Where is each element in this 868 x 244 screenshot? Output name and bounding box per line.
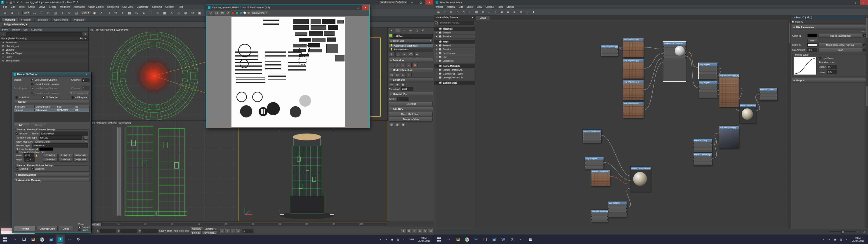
mix-map-enable[interactable]: [863, 49, 866, 51]
expand-icon[interactable]: -: [436, 40, 438, 43]
clock[interactable]: 10:56 25.04.2018: [850, 237, 867, 242]
material-node[interactable]: Map #2 ( Mix ): [699, 63, 718, 79]
ribbon-tab[interactable]: Populate: [71, 18, 87, 22]
sme-toolbar-icon[interactable]: ◍: [480, 9, 486, 15]
map-size-preset-button[interactable]: 256x256: [43, 158, 58, 161]
toolbar-icon[interactable]: ⇋: [133, 10, 140, 16]
lower-field[interactable]: 0.3: [827, 70, 837, 74]
subobject-level-icon[interactable]: ⬟: [412, 63, 417, 67]
explorer-filter-icon[interactable]: ▼: [83, 32, 88, 36]
automatic-mapping-rollout[interactable]: +Automatic Mapping: [14, 178, 90, 182]
command-panel-tab[interactable]: ◠: [395, 28, 401, 33]
taskbar-app-icon[interactable]: ○: [10, 235, 20, 244]
use-curve-checkbox[interactable]: [819, 57, 822, 59]
file-name-field[interactable]: Test.jpg: [39, 135, 82, 140]
viewport-nav-icon[interactable]: +: [412, 228, 417, 233]
maximize-button[interactable]: ▢: [417, 0, 425, 4]
node-title[interactable]: Map #11 (bricks.jpg): [583, 130, 601, 133]
toolbar-icon[interactable]: ☰: [38, 10, 45, 16]
explorer-row[interactable]: ☀ Burn down: [0, 41, 88, 44]
x-coordinate-field[interactable]: [100, 229, 116, 233]
toolbar-icon[interactable]: ≀: [16, 10, 22, 16]
toolbar-icon[interactable]: ◇: [175, 10, 182, 16]
params-scrollbar[interactable]: [866, 83, 868, 229]
viewport-nav-icon[interactable]: ⊕: [401, 228, 406, 233]
expand-icon[interactable]: +: [436, 35, 438, 38]
stack-tool-icon[interactable]: ⚙: [414, 52, 420, 57]
toolbar-icon[interactable]: View ▾: [80, 11, 91, 15]
quick-access-icon[interactable]: ↷: [20, 0, 23, 4]
quick-access-icon[interactable]: ▽: [12, 0, 16, 4]
explorer-menu-item[interactable]: Customize: [29, 28, 44, 31]
toolbar-icon[interactable]: ⊘: [8, 10, 15, 16]
expand-icon[interactable]: +: [436, 44, 438, 47]
column-header[interactable]: Size: [56, 105, 74, 108]
taskbar-app-icon[interactable]: ✉: [471, 235, 480, 244]
taskbar-app-icon[interactable]: ▦: [526, 235, 535, 244]
select-id-button[interactable]: Select ID: [389, 102, 433, 106]
browser-tree-row[interactable]: + General: [434, 31, 475, 35]
rfw-maximize-button[interactable]: ▢: [354, 5, 362, 10]
tray-icon[interactable]: ◉: [389, 235, 395, 244]
mix-map-button[interactable]: None: [818, 48, 862, 52]
toolbar-icon[interactable]: ▦: [161, 10, 168, 16]
menu-item[interactable]: Content: [164, 4, 176, 9]
sme-title-bar[interactable]: Slate Material Editor – ▢ ✕: [434, 0, 868, 5]
3dsmax-logo-icon[interactable]: 3: [1, 1, 4, 4]
render-button[interactable]: Render: [14, 226, 36, 231]
z-coordinate-field[interactable]: [141, 229, 158, 233]
material-node[interactable]: Map #13 (bricks.jpg): [591, 170, 610, 186]
lock-aspect-icon[interactable]: 🔒: [35, 154, 38, 157]
sme-toolbar-icon[interactable]: ▭: [436, 9, 441, 15]
node-title[interactable]: Map #7 (bricks.jpg): [623, 81, 644, 83]
uv-tool-icon[interactable]: ◨: [395, 122, 400, 126]
selected-dropdown[interactable]: Selected▾: [203, 227, 217, 231]
sme-toolbar-icon[interactable]: ▣: [505, 9, 511, 15]
output-table-row[interactable]: Test.jpgDiffuseMap1024x1024Diff: [14, 109, 89, 112]
taskbar-app-icon[interactable]: ▣: [490, 235, 499, 244]
modify-selection-icon[interactable]: ◲: [401, 73, 406, 77]
tray-icon[interactable]: ▨: [838, 235, 844, 244]
clock[interactable]: 10:56 25.04.2018: [416, 237, 433, 242]
browser-tree-row[interactable]: - Maps: [434, 40, 475, 43]
minimize-button[interactable]: –: [408, 0, 416, 4]
y-coordinate-field[interactable]: [121, 229, 137, 233]
mono-channel-icon[interactable]: [247, 11, 250, 14]
sme-toolbar-icon[interactable]: ▦: [473, 9, 479, 15]
stack-tool-icon[interactable]: ⊟: [402, 52, 407, 57]
edit-uvs-rollout[interactable]: −Edit UVs: [389, 107, 433, 111]
close-button[interactable]: ✕: [426, 0, 433, 4]
rfw-tool-icon[interactable]: ✕: [226, 11, 231, 15]
modifier-stack-item[interactable]: 💡 Editable Mesh: [389, 48, 433, 51]
select-by-icon[interactable]: ◉: [395, 83, 400, 87]
modifier-list-dropdown[interactable]: Modifier List▾: [389, 38, 433, 43]
node-title[interactable]: Map #14 ( Mix ): [608, 202, 627, 205]
time-slider-thumb[interactable]: 0 / 100: [90, 222, 101, 226]
color1-swatch[interactable]: [807, 34, 817, 37]
browser-tree-row[interactable]: + OSL: [434, 55, 475, 59]
auto-key-button[interactable]: Auto Key: [191, 227, 203, 231]
view-tab[interactable]: View1: [476, 16, 490, 20]
node-title[interactable]: Map #15 (bricks.jpg): [591, 210, 608, 213]
browser-tree-row[interactable]: UnwrapChecker ( St: [434, 76, 475, 80]
expand-icon[interactable]: +: [436, 52, 438, 55]
material-node[interactable]: Map #17 (bricks.jpg): [693, 153, 712, 165]
sme-toolbar-icon[interactable]: ⇲: [461, 9, 467, 15]
node-title[interactable]: Ground ( Matte/Shadow ): [631, 167, 651, 170]
explorer-column-header[interactable]: Name (Sorted Ascending) Frozen: [0, 37, 88, 41]
menu-item[interactable]: Scripting: [150, 4, 164, 9]
tray-icon[interactable]: ☁: [826, 235, 832, 244]
sme-toolbar-icon[interactable]: ⚙: [512, 9, 518, 15]
map-size-preset-button[interactable]: 1024x1024: [73, 154, 88, 157]
viewport-nav-icon[interactable]: ◎: [417, 228, 422, 233]
menu-item[interactable]: Help: [176, 4, 185, 9]
explorer-row[interactable]: ◉ Shot me: [0, 48, 88, 52]
lighting-checkbox[interactable]: [16, 167, 18, 170]
menu-item[interactable]: Animation: [72, 4, 87, 9]
playback-button[interactable]: «: [219, 228, 224, 233]
browser-tree-row[interactable]: - Scene Materials: [434, 64, 475, 68]
menu-item[interactable]: Tools: [17, 4, 26, 9]
command-panel-tab[interactable]: +: [389, 28, 395, 33]
element-name-field[interactable]: DiffuseMap: [40, 131, 88, 135]
browser-header[interactable]: Material/Map Browser ▾: [434, 15, 475, 20]
